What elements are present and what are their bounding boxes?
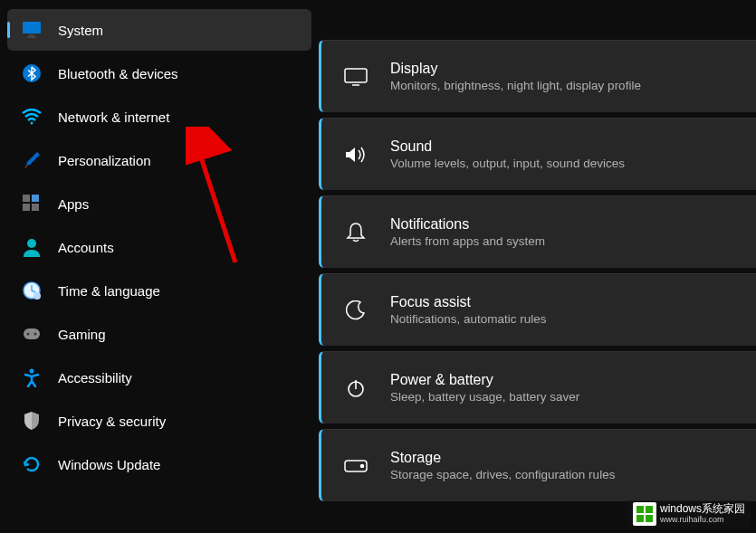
sidebar-item-accessibility[interactable]: Accessibility [7,357,311,398]
card-title: Notifications [390,216,545,233]
settings-card-storage[interactable]: Storage Storage space, drives, configura… [319,429,756,501]
shield-icon [22,411,42,431]
sidebar-item-label: Personalization [58,153,151,168]
svg-rect-7 [23,204,30,211]
brush-icon [22,150,42,170]
sidebar-item-accounts[interactable]: Accounts [7,226,311,268]
person-icon [22,237,42,257]
power-icon [343,376,368,401]
sidebar-item-label: Time & language [58,283,160,299]
sidebar-item-bluetooth[interactable]: Bluetooth & devices [7,52,311,94]
settings-card-sound[interactable]: Sound Volume levels, output, input, soun… [319,118,756,190]
card-subtitle: Alerts from apps and system [390,234,545,248]
sidebar-item-label: Apps [58,196,89,212]
storage-icon [343,453,368,479]
svg-rect-16 [345,69,367,82]
apps-icon [22,194,42,214]
wifi-icon [22,107,42,127]
card-title: Power & battery [390,372,579,388]
sidebar-item-time-language[interactable]: Time & language [7,270,311,311]
svg-point-13 [27,333,30,336]
card-title: Focus assist [390,294,547,310]
svg-point-4 [31,122,33,125]
sidebar-item-network[interactable]: Network & internet [7,96,311,138]
sidebar-item-label: Accounts [58,240,114,255]
update-icon [22,454,42,474]
svg-rect-22 [636,506,644,513]
sidebar-item-privacy-security[interactable]: Privacy & security [7,400,311,442]
sidebar-item-label: Network & internet [58,109,169,125]
card-title: Display [390,61,641,77]
watermark-url: www.ruihaifu.com [660,516,745,525]
card-title: Sound [390,138,625,155]
bluetooth-icon [22,63,42,83]
svg-rect-24 [636,515,644,522]
sidebar-item-apps[interactable]: Apps [7,183,311,224]
svg-rect-1 [29,34,34,36]
card-subtitle: Monitors, brightness, night light, displ… [390,79,641,92]
card-subtitle: Notifications, automatic rules [390,312,547,326]
svg-point-9 [27,239,36,248]
card-subtitle: Storage space, drives, configuration rul… [390,468,615,481]
card-title: Storage [390,450,615,466]
svg-rect-5 [23,195,30,202]
settings-card-notifications[interactable]: Notifications Alerts from apps and syste… [319,195,756,268]
svg-rect-2 [27,36,36,38]
moon-icon [343,298,368,323]
settings-sidebar: System Bluetooth & devices Network & int… [0,0,319,533]
sidebar-item-label: Windows Update [58,457,160,472]
sidebar-item-system[interactable]: System [7,9,311,51]
svg-point-21 [361,464,364,467]
sidebar-item-personalization[interactable]: Personalization [7,139,311,181]
svg-rect-6 [32,195,39,202]
sidebar-item-label: Bluetooth & devices [58,66,178,81]
accessibility-icon [22,367,42,387]
sidebar-item-label: Privacy & security [58,414,166,429]
svg-rect-0 [23,22,41,33]
svg-rect-23 [646,506,653,513]
bell-icon [343,220,368,245]
card-subtitle: Sleep, battery usage, battery saver [390,390,579,404]
monitor-icon [22,20,42,40]
svg-rect-8 [32,204,39,211]
display-icon [343,64,368,90]
windows-logo-icon [633,502,656,526]
svg-point-11 [33,292,41,300]
clock-globe-icon [22,281,42,300]
gamepad-icon [22,324,42,344]
settings-card-display[interactable]: Display Monitors, brightness, night ligh… [319,40,756,112]
sidebar-item-label: Accessibility [58,370,132,385]
sound-icon [343,142,368,167]
watermark: windows系统家园 www.ruihaifu.com [627,500,751,528]
settings-card-power-battery[interactable]: Power & battery Sleep, battery usage, ba… [319,351,756,424]
settings-card-focus-assist[interactable]: Focus assist Notifications, automatic ru… [319,273,756,346]
svg-point-15 [30,369,34,374]
watermark-brand: windows系统家园 [660,503,745,515]
card-subtitle: Volume levels, output, input, sound devi… [390,157,625,170]
sidebar-item-gaming[interactable]: Gaming [7,313,311,355]
svg-point-14 [34,333,37,336]
svg-rect-12 [24,328,40,339]
settings-main: Display Monitors, brightness, night ligh… [319,0,756,533]
svg-rect-25 [646,515,653,522]
sidebar-item-windows-update[interactable]: Windows Update [7,443,311,485]
sidebar-item-label: Gaming [58,327,106,342]
sidebar-item-label: System [58,23,103,38]
